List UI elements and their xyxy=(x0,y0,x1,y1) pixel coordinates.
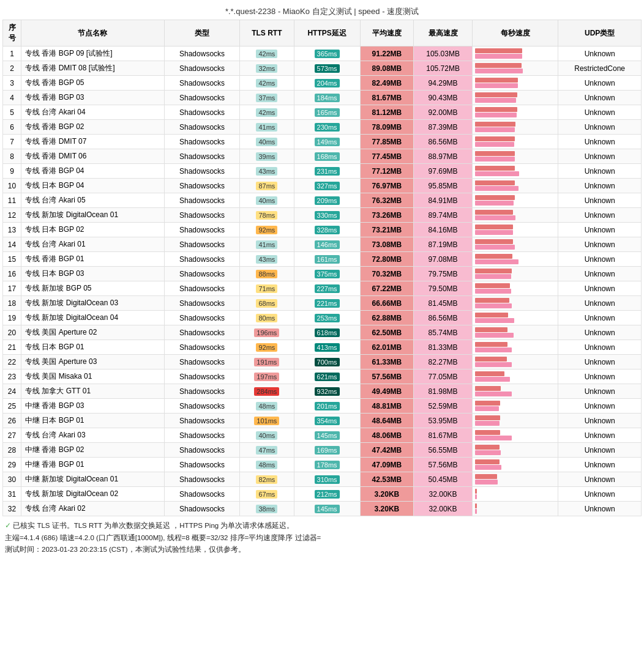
cell-name: 专线 香港 BGP 05 xyxy=(21,76,165,91)
col-name: 节点名称 xyxy=(21,20,165,46)
cell-tls: 39ms xyxy=(240,149,294,164)
cell-bar xyxy=(473,443,558,458)
cell-bar xyxy=(473,223,558,237)
cell-tls: 68ms xyxy=(240,296,294,311)
cell-tls: 196ms xyxy=(240,325,294,340)
cell-udp: Unknown xyxy=(558,443,642,458)
cell-bar xyxy=(473,472,558,487)
cell-max: 52.59MB xyxy=(414,399,473,414)
cell-https: 573ms xyxy=(294,61,360,76)
cell-num: 7 xyxy=(3,135,21,149)
cell-bar xyxy=(473,208,558,223)
cell-tls: 284ms xyxy=(240,384,294,399)
cell-name: 专线 台湾 Akari 05 xyxy=(21,193,165,208)
table-row: 28 中继 香港 BGP 02 Shadowsocks 47ms 169ms 4… xyxy=(3,443,642,458)
table-row: 18 专线 新加坡 DigitalOcean 03 Shadowsocks 68… xyxy=(3,296,642,311)
cell-max: 89.74MB xyxy=(414,208,473,223)
cell-tls: 43ms xyxy=(240,164,294,179)
cell-type: Shadowsocks xyxy=(164,120,239,135)
cell-bar xyxy=(473,355,558,369)
cell-https: 165ms xyxy=(294,105,360,120)
cell-https: 149ms xyxy=(294,135,360,149)
cell-avg: 48.81MB xyxy=(360,399,413,414)
cell-avg: 73.21MB xyxy=(360,223,413,237)
cell-max: 95.85MB xyxy=(414,179,473,193)
cell-udp: Unknown xyxy=(558,193,642,208)
cell-tls: 80ms xyxy=(240,311,294,325)
cell-type: Shadowsocks xyxy=(164,252,239,267)
col-https: HTTPS延迟 xyxy=(294,20,360,46)
cell-tls: 197ms xyxy=(240,369,294,384)
cell-name: 中继 新加坡 DigitalOcean 01 xyxy=(21,472,165,487)
cell-num: 15 xyxy=(3,252,21,267)
cell-num: 32 xyxy=(3,502,21,516)
cell-bar xyxy=(473,458,558,472)
cell-avg: 89.08MB xyxy=(360,61,413,76)
cell-max: 50.45MB xyxy=(414,472,473,487)
cell-avg: 3.20KB xyxy=(360,502,413,516)
cell-bar xyxy=(473,399,558,414)
cell-num: 12 xyxy=(3,208,21,223)
cell-name: 专线 香港 BGP 01 xyxy=(21,252,165,267)
cell-num: 21 xyxy=(3,340,21,355)
cell-type: Shadowsocks xyxy=(164,502,239,516)
cell-type: Shadowsocks xyxy=(164,193,239,208)
cell-udp: Unknown xyxy=(558,472,642,487)
table-row: 20 专线 美国 Aperture 02 Shadowsocks 196ms 6… xyxy=(3,325,642,340)
cell-num: 23 xyxy=(3,369,21,384)
cell-num: 9 xyxy=(3,164,21,179)
cell-name: 专线 美国 Misaka 01 xyxy=(21,369,165,384)
cell-https: 327ms xyxy=(294,179,360,193)
cell-udp: Unknown xyxy=(558,414,642,428)
cell-max: 85.74MB xyxy=(414,325,473,340)
cell-num: 11 xyxy=(3,193,21,208)
cell-name: 专线 香港 BGP 02 xyxy=(21,120,165,135)
cell-num: 3 xyxy=(3,76,21,91)
table-row: 16 专线 日本 BGP 03 Shadowsocks 88ms 375ms 7… xyxy=(3,267,642,281)
cell-type: Shadowsocks xyxy=(164,487,239,502)
cell-avg: 62.01MB xyxy=(360,340,413,355)
table-row: 30 中继 新加坡 DigitalOcean 01 Shadowsocks 82… xyxy=(3,472,642,487)
table-row: 9 专线 香港 BGP 04 Shadowsocks 43ms 231ms 77… xyxy=(3,164,642,179)
table-row: 17 专线 新加坡 BGP 05 Shadowsocks 71ms 227ms … xyxy=(3,281,642,296)
cell-num: 27 xyxy=(3,428,21,443)
cell-type: Shadowsocks xyxy=(164,237,239,252)
cell-type: Shadowsocks xyxy=(164,443,239,458)
cell-https: 204ms xyxy=(294,76,360,91)
cell-max: 97.08MB xyxy=(414,252,473,267)
cell-name: 专线 香港 DMIT 07 xyxy=(21,135,165,149)
cell-max: 56.55MB xyxy=(414,443,473,458)
cell-tls: 92ms xyxy=(240,340,294,355)
cell-https: 365ms xyxy=(294,46,360,61)
table-row: 25 中继 香港 BGP 03 Shadowsocks 48ms 201ms 4… xyxy=(3,399,642,414)
cell-udp: Unknown xyxy=(558,223,642,237)
cell-num: 2 xyxy=(3,61,21,76)
results-table: 序号 节点名称 类型 TLS RTT HTTPS延迟 平均速度 最高速度 每秒速… xyxy=(2,20,642,516)
table-row: 23 专线 美国 Misaka 01 Shadowsocks 197ms 621… xyxy=(3,369,642,384)
table-row: 31 专线 新加坡 DigitalOcean 02 Shadowsocks 67… xyxy=(3,487,642,502)
cell-max: 105.03MB xyxy=(414,46,473,61)
cell-type: Shadowsocks xyxy=(164,164,239,179)
cell-bar xyxy=(473,237,558,252)
cell-num: 5 xyxy=(3,105,21,120)
cell-tls: 43ms xyxy=(240,252,294,267)
cell-num: 14 xyxy=(3,237,21,252)
cell-num: 20 xyxy=(3,325,21,340)
cell-name: 专线 香港 BGP 04 xyxy=(21,164,165,179)
cell-name: 中继 香港 BGP 02 xyxy=(21,443,165,458)
cell-avg: 73.08MB xyxy=(360,237,413,252)
cell-name: 中继 香港 BGP 03 xyxy=(21,399,165,414)
cell-https: 168ms xyxy=(294,149,360,164)
cell-name: 专线 新加坡 DigitalOcean 04 xyxy=(21,311,165,325)
cell-max: 87.39MB xyxy=(414,120,473,135)
cell-num: 1 xyxy=(3,46,21,61)
cell-https: 932ms xyxy=(294,384,360,399)
cell-bar xyxy=(473,384,558,399)
cell-tls: 42ms xyxy=(240,105,294,120)
cell-type: Shadowsocks xyxy=(164,296,239,311)
cell-type: Shadowsocks xyxy=(164,179,239,193)
cell-num: 22 xyxy=(3,355,21,369)
table-row: 26 中继 日本 BGP 01 Shadowsocks 101ms 354ms … xyxy=(3,414,642,428)
cell-https: 253ms xyxy=(294,311,360,325)
col-avg: 平均速度 xyxy=(360,20,413,46)
